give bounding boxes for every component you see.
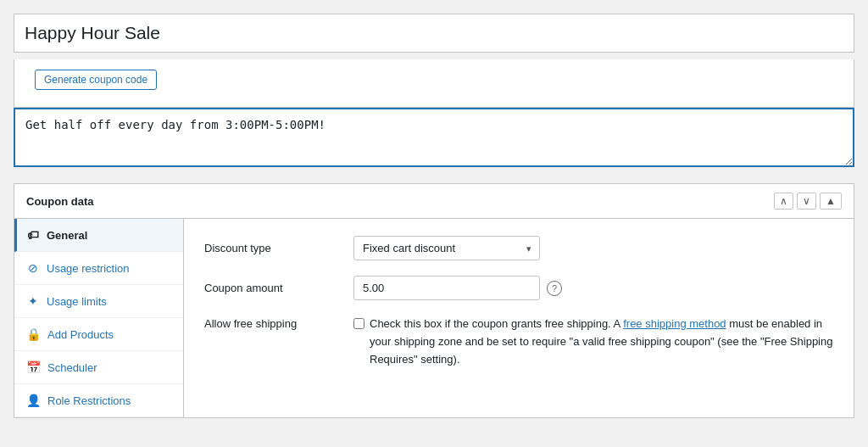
allow-free-shipping-row: Allow free shipping Check this box if th… — [204, 316, 833, 368]
general-icon: 🏷 — [26, 228, 40, 242]
coupon-amount-help-icon[interactable]: ? — [547, 281, 562, 296]
discount-type-row: Discount type Percentage discount Fixed … — [204, 236, 833, 260]
free-shipping-desc-part1: Check this box if the coupon grants free… — [370, 317, 623, 330]
panel-up-button[interactable]: ∧ — [774, 193, 793, 210]
sidebar-label-add-products: Add Products — [47, 328, 114, 341]
coupon-amount-field: ? — [353, 276, 562, 300]
coupon-sidebar: 🏷 General ⊘ Usage restriction ✦ Usage li… — [14, 219, 184, 417]
allow-free-shipping-label: Allow free shipping — [204, 316, 340, 330]
sidebar-item-usage-limits[interactable]: ✦ Usage limits — [14, 285, 183, 318]
coupon-title-input[interactable]: Happy Hour Sale — [14, 14, 854, 52]
sidebar-item-general[interactable]: 🏷 General — [14, 219, 183, 252]
discount-type-select-wrapper: Percentage discount Fixed cart discount … — [353, 236, 540, 260]
sidebar-item-role-restrictions[interactable]: 👤 Role Restrictions — [14, 384, 183, 417]
coupon-data-panel: Coupon data ∧ ∨ ▲ 🏷 General ⊘ Usage rest… — [14, 183, 854, 418]
discount-type-label: Discount type — [204, 242, 340, 254]
free-shipping-description: Check this box if the coupon grants free… — [370, 316, 833, 368]
sidebar-label-usage-restriction: Usage restriction — [47, 262, 130, 275]
title-section: Happy Hour Sale — [14, 14, 854, 53]
sidebar-label-usage-limits: Usage limits — [47, 295, 107, 308]
panel-header: Coupon data ∧ ∨ ▲ — [14, 184, 854, 219]
generate-coupon-button[interactable]: Generate coupon code — [35, 70, 157, 90]
role-restrictions-icon: 👤 — [26, 394, 41, 407]
discount-type-select[interactable]: Percentage discount Fixed cart discount … — [353, 236, 540, 260]
panel-title: Coupon data — [26, 195, 93, 208]
coupon-description-textarea[interactable] — [14, 108, 854, 167]
panel-down-button[interactable]: ∨ — [797, 193, 816, 210]
coupon-amount-input[interactable] — [353, 276, 540, 300]
main-content: Discount type Percentage discount Fixed … — [184, 219, 854, 417]
allow-free-shipping-desc: Check this box if the coupon grants free… — [353, 316, 833, 368]
usage-restriction-icon: ⊘ — [26, 261, 40, 275]
sidebar-label-role-restrictions: Role Restrictions — [47, 394, 131, 407]
sidebar-item-scheduler[interactable]: 📅 Scheduler — [14, 351, 183, 384]
coupon-amount-row: Coupon amount ? — [204, 276, 833, 300]
discount-type-field: Percentage discount Fixed cart discount … — [353, 236, 540, 260]
coupon-amount-label: Coupon amount — [204, 282, 340, 294]
sidebar-item-usage-restriction[interactable]: ⊘ Usage restriction — [14, 252, 183, 285]
free-shipping-method-link[interactable]: free shipping method — [623, 317, 726, 330]
add-products-icon: 🔒 — [26, 327, 41, 341]
sidebar-label-general: General — [47, 229, 87, 242]
sidebar-label-scheduler: Scheduler — [47, 361, 97, 374]
panel-collapse-button[interactable]: ▲ — [820, 193, 842, 210]
shipping-check-row: Check this box if the coupon grants free… — [353, 316, 833, 368]
scheduler-icon: 📅 — [26, 360, 41, 374]
free-shipping-checkbox[interactable] — [353, 318, 364, 329]
panel-controls: ∧ ∨ ▲ — [774, 193, 842, 210]
sidebar-item-add-products[interactable]: 🔒 Add Products — [14, 318, 183, 351]
panel-body: 🏷 General ⊘ Usage restriction ✦ Usage li… — [14, 219, 854, 417]
usage-limits-icon: ✦ — [26, 294, 40, 308]
